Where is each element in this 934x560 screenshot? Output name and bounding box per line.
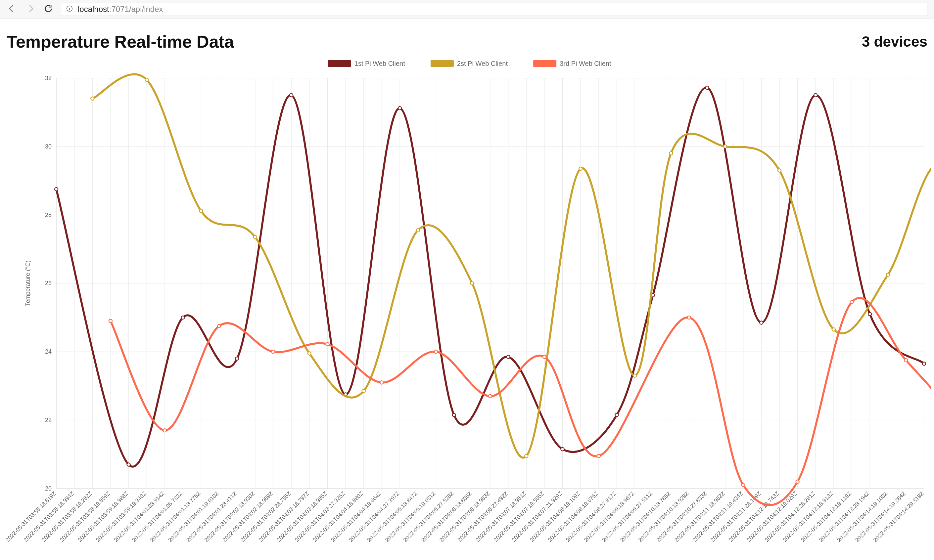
page-title: Temperature Real-time Data [7,32,234,52]
back-button[interactable] [7,4,17,15]
data-point[interactable] [850,300,853,304]
data-point[interactable] [832,328,835,331]
url-text: localhost:7071/api/index [78,5,163,14]
data-point[interactable] [217,325,221,328]
data-point[interactable] [760,321,763,324]
y-axis-label: Temperature (°C) [25,260,31,306]
url-path: /api/index [129,5,163,14]
data-point[interactable] [308,352,311,355]
data-point[interactable] [525,454,528,458]
data-point[interactable] [163,429,166,432]
y-tick-label: 20 [45,485,52,492]
data-point[interactable] [452,414,456,417]
data-point[interactable] [904,358,908,362]
chart-container: 1st Pi Web Client2st Pi Web Client3rd Pi… [0,55,934,560]
data-point[interactable] [470,282,474,285]
device-count: 3 devices [862,34,927,50]
data-point[interactable] [362,389,365,392]
data-point[interactable] [398,106,401,110]
data-point[interactable] [109,319,112,323]
page-header: Temperature Real-time Data 3 devices [0,18,934,55]
y-tick-label: 22 [45,417,52,423]
series-line [111,298,931,505]
data-point[interactable] [91,97,94,100]
data-point[interactable] [145,78,148,82]
y-tick-label: 26 [45,280,52,286]
data-point[interactable] [796,480,799,483]
legend-label[interactable]: 3rd Pi Web Client [559,60,611,67]
data-point[interactable] [687,316,691,319]
legend-swatch[interactable] [533,60,556,67]
data-point[interactable] [561,448,564,451]
data-point[interactable] [886,273,890,277]
data-point[interactable] [380,381,383,384]
legend-swatch[interactable] [328,60,351,67]
data-point[interactable] [922,362,926,365]
data-point[interactable] [742,484,745,487]
data-point[interactable] [290,94,293,97]
y-tick-label: 32 [45,75,52,82]
data-point[interactable] [706,86,709,89]
browser-toolbar: localhost:7071/api/index [0,0,934,18]
legend-label[interactable]: 1st Pi Web Client [354,60,405,67]
data-point[interactable] [127,463,130,466]
data-point[interactable] [199,209,203,212]
data-point[interactable] [326,343,329,346]
url-host: localhost [78,5,109,14]
data-point[interactable] [669,152,672,155]
data-point[interactable] [254,235,257,239]
reload-button[interactable] [44,4,53,15]
data-point[interactable] [55,188,58,191]
legend-swatch[interactable] [431,60,454,67]
site-info-icon[interactable] [66,5,73,14]
address-bar[interactable]: localhost:7071/api/index [61,3,927,16]
nav-buttons [7,4,36,15]
y-tick-label: 30 [45,143,52,150]
data-point[interactable] [272,350,275,353]
data-point[interactable] [868,312,871,316]
data-point[interactable] [543,355,546,358]
data-point[interactable] [181,316,184,319]
data-point[interactable] [723,145,727,148]
data-point[interactable] [416,229,420,232]
data-point[interactable] [615,414,618,417]
y-tick-label: 28 [45,212,52,218]
temperature-chart: 1st Pi Web Client2st Pi Web Client3rd Pi… [3,55,931,560]
data-point[interactable] [597,454,600,458]
data-point[interactable] [579,167,582,170]
forward-button[interactable] [26,4,36,15]
y-tick-label: 24 [45,348,52,355]
data-point[interactable] [778,169,781,172]
data-point[interactable] [507,355,510,358]
legend-label[interactable]: 2st Pi Web Client [457,60,508,67]
data-point[interactable] [814,94,817,97]
data-point[interactable] [434,350,438,353]
series-line [92,74,931,457]
data-point[interactable] [489,395,492,398]
data-point[interactable] [235,357,239,360]
data-point[interactable] [633,374,637,377]
url-port: :7071 [109,5,129,14]
